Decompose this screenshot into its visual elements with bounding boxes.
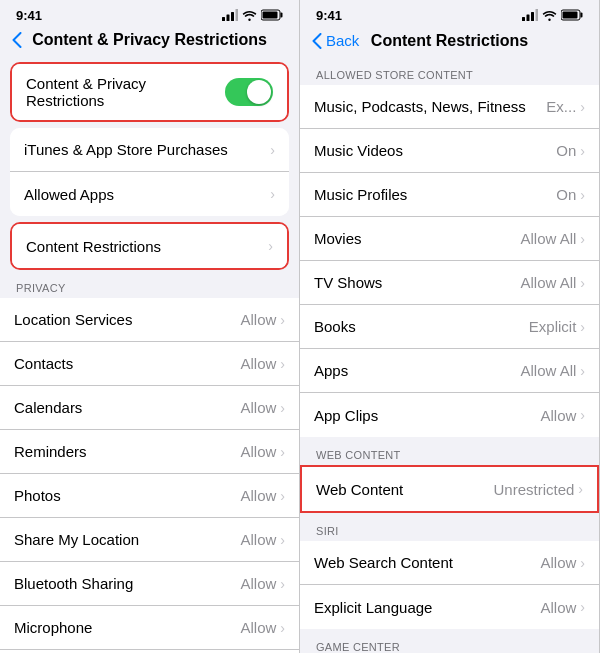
web-content-chevron: › <box>578 481 583 497</box>
tv-shows-value: Allow All <box>520 274 576 291</box>
siri-rows-group: Web Search Content Allow › Explicit Lang… <box>300 541 599 629</box>
status-bar-left: 9:41 <box>0 0 299 28</box>
web-content-row[interactable]: Web Content Unrestricted › <box>302 467 597 511</box>
toggle-label: Content & Privacy Restrictions <box>26 75 225 109</box>
store-rows-group: Music, Podcasts, News, Fitness Ex... › M… <box>300 85 599 437</box>
game-center-section: GAME CENTER Multiplayer Games Allow with… <box>300 635 599 653</box>
content-restrictions-label: Content Restrictions <box>26 238 268 255</box>
back-label-right: Back <box>326 32 359 49</box>
siri-section: SIRI Web Search Content Allow › Explicit… <box>300 519 599 629</box>
explicit-language-label: Explicit Language <box>314 599 540 616</box>
apps-row[interactable]: Apps Allow All › <box>300 349 599 393</box>
calendars-label: Calendars <box>14 399 240 416</box>
movies-label: Movies <box>314 230 520 247</box>
music-profiles-row[interactable]: Music Profiles On › <box>300 173 599 217</box>
calendars-row[interactable]: Calendars Allow › <box>0 386 299 430</box>
web-content-highlight: Web Content Unrestricted › <box>300 465 599 513</box>
svg-rect-13 <box>563 12 578 19</box>
calendars-value: Allow <box>240 399 276 416</box>
location-services-value: Allow <box>240 311 276 328</box>
left-panel: 9:41 C <box>0 0 300 653</box>
svg-rect-8 <box>527 15 530 22</box>
contacts-row[interactable]: Contacts Allow › <box>0 342 299 386</box>
music-profiles-value: On <box>556 186 576 203</box>
web-search-row[interactable]: Web Search Content Allow › <box>300 541 599 585</box>
svg-rect-6 <box>263 12 278 19</box>
nav-title-right: Content Restrictions <box>371 32 528 50</box>
books-row[interactable]: Books Explicit › <box>300 305 599 349</box>
battery-icon <box>261 9 283 21</box>
share-location-value: Allow <box>240 531 276 548</box>
books-label: Books <box>314 318 529 335</box>
music-podcasts-value: Ex... <box>546 98 576 115</box>
photos-label: Photos <box>14 487 240 504</box>
web-search-label: Web Search Content <box>314 554 540 571</box>
content-restrictions-row[interactable]: Content Restrictions › <box>12 224 287 268</box>
explicit-language-row[interactable]: Explicit Language Allow › <box>300 585 599 629</box>
store-section-label: ALLOWED STORE CONTENT <box>300 63 599 85</box>
web-content-section: WEB CONTENT Web Content Unrestricted › <box>300 443 599 513</box>
store-section: ALLOWED STORE CONTENT Music, Podcasts, N… <box>300 63 599 437</box>
wifi-icon-right <box>542 10 557 21</box>
location-services-row[interactable]: Location Services Allow › <box>0 298 299 342</box>
app-clips-label: App Clips <box>314 407 540 424</box>
status-icons-right <box>522 9 583 21</box>
battery-icon-right <box>561 9 583 21</box>
signal-icon <box>222 9 238 21</box>
tv-shows-chevron: › <box>580 275 585 291</box>
music-podcasts-row[interactable]: Music, Podcasts, News, Fitness Ex... › <box>300 85 599 129</box>
books-chevron: › <box>580 319 585 335</box>
location-services-chevron: › <box>280 312 285 328</box>
allowed-apps-chevron: › <box>270 186 275 202</box>
share-location-label: Share My Location <box>14 531 240 548</box>
app-clips-value: Allow <box>540 407 576 424</box>
privacy-rows-group: Location Services Allow › Contacts Allow… <box>0 298 299 653</box>
privacy-restrictions-toggle-row[interactable]: Content & Privacy Restrictions <box>12 64 287 120</box>
bluetooth-label: Bluetooth Sharing <box>14 575 240 592</box>
music-videos-value: On <box>556 142 576 159</box>
microphone-row[interactable]: Microphone Allow › <box>0 606 299 650</box>
microphone-chevron: › <box>280 620 285 636</box>
svg-rect-2 <box>231 12 234 21</box>
toggle-switch[interactable] <box>225 78 273 106</box>
reminders-row[interactable]: Reminders Allow › <box>0 430 299 474</box>
svg-rect-10 <box>536 9 539 21</box>
reminders-label: Reminders <box>14 443 240 460</box>
movies-row[interactable]: Movies Allow All › <box>300 217 599 261</box>
share-location-row[interactable]: Share My Location Allow › <box>0 518 299 562</box>
itunes-chevron: › <box>270 142 275 158</box>
svg-rect-7 <box>522 17 525 21</box>
music-videos-row[interactable]: Music Videos On › <box>300 129 599 173</box>
app-clips-row[interactable]: App Clips Allow › <box>300 393 599 437</box>
music-videos-chevron: › <box>580 143 585 159</box>
photos-row[interactable]: Photos Allow › <box>0 474 299 518</box>
contacts-label: Contacts <box>14 355 240 372</box>
back-button-left[interactable] <box>12 32 22 48</box>
left-scroll[interactable]: Content & Privacy Restrictions iTunes & … <box>0 56 299 653</box>
microphone-value: Allow <box>240 619 276 636</box>
music-videos-label: Music Videos <box>314 142 556 159</box>
right-scroll[interactable]: ALLOWED STORE CONTENT Music, Podcasts, N… <box>300 57 599 653</box>
music-profiles-label: Music Profiles <box>314 186 556 203</box>
tv-shows-row[interactable]: TV Shows Allow All › <box>300 261 599 305</box>
itunes-row[interactable]: iTunes & App Store Purchases › <box>10 128 289 172</box>
contacts-value: Allow <box>240 355 276 372</box>
signal-icon-right <box>522 9 538 21</box>
allowed-apps-row[interactable]: Allowed Apps › <box>10 172 289 216</box>
web-content-section-label: WEB CONTENT <box>300 443 599 465</box>
siri-section-label: SIRI <box>300 519 599 541</box>
bluetooth-row[interactable]: Bluetooth Sharing Allow › <box>0 562 299 606</box>
game-center-section-label: GAME CENTER <box>300 635 599 653</box>
web-content-label: Web Content <box>316 481 493 498</box>
allowed-apps-label: Allowed Apps <box>24 186 270 203</box>
reminders-value: Allow <box>240 443 276 460</box>
web-content-value: Unrestricted <box>493 481 574 498</box>
movies-value: Allow All <box>520 230 576 247</box>
nav-title-left: Content & Privacy Restrictions <box>32 31 267 49</box>
svg-rect-9 <box>531 12 534 21</box>
privacy-section: PRIVACY Location Services Allow › Contac… <box>0 276 299 653</box>
books-value: Explicit <box>529 318 577 335</box>
photos-value: Allow <box>240 487 276 504</box>
apps-label: Apps <box>314 362 520 379</box>
back-button-right[interactable]: Back <box>312 32 359 49</box>
